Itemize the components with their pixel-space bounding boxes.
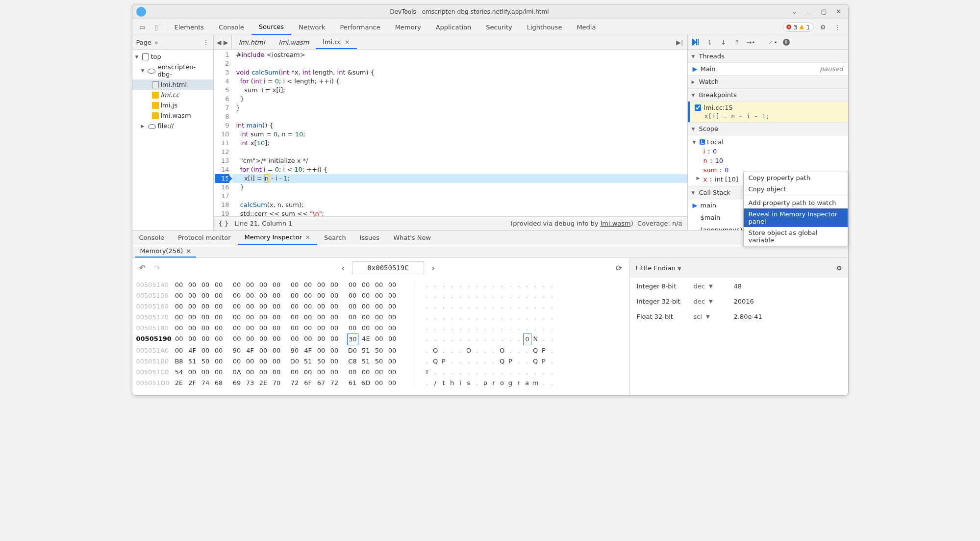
line-number[interactable]: 6 bbox=[215, 95, 229, 103]
ascii-char[interactable]: . bbox=[481, 334, 490, 345]
ascii-char[interactable]: . bbox=[515, 280, 523, 290]
ascii-char[interactable]: . bbox=[515, 345, 523, 356]
tab-performance[interactable]: Performance bbox=[332, 19, 387, 35]
tree-file-url[interactable]: ▶file:// bbox=[132, 121, 213, 131]
ascii-char[interactable]: . bbox=[481, 290, 490, 301]
ascii-char[interactable]: . bbox=[465, 301, 473, 312]
code-line[interactable] bbox=[232, 59, 687, 68]
ascii-char[interactable]: . bbox=[498, 290, 506, 301]
ascii-char[interactable]: . bbox=[531, 367, 540, 378]
hex-byte[interactable]: 00 bbox=[329, 301, 340, 312]
code-line[interactable] bbox=[232, 148, 687, 156]
ascii-char[interactable]: . bbox=[490, 345, 498, 356]
hex-byte[interactable]: 00 bbox=[213, 290, 225, 301]
ascii-char[interactable]: . bbox=[515, 356, 523, 367]
tab-lighthouse[interactable]: Lighthouse bbox=[520, 19, 570, 35]
hex-byte[interactable]: 00 bbox=[213, 301, 225, 312]
ascii-char[interactable]: . bbox=[490, 367, 498, 378]
hex-byte[interactable]: 00 bbox=[200, 301, 211, 312]
ascii-char[interactable]: . bbox=[423, 345, 431, 356]
filetab-wasm[interactable]: lmi.wasm bbox=[272, 35, 316, 49]
hex-byte[interactable]: 2F bbox=[187, 378, 198, 388]
ascii-char[interactable]: . bbox=[448, 356, 456, 367]
tree-file-wasm[interactable]: lmi.wasm bbox=[132, 110, 213, 121]
ascii-char[interactable]: . bbox=[506, 301, 515, 312]
step-into-button[interactable]: ↓ bbox=[718, 37, 729, 48]
hex-byte[interactable]: 00 bbox=[289, 290, 301, 301]
ascii-char[interactable]: . bbox=[540, 312, 548, 323]
ascii-char[interactable]: T bbox=[423, 367, 431, 378]
hex-byte[interactable]: 00 bbox=[258, 312, 269, 323]
ascii-char[interactable]: . bbox=[548, 356, 556, 367]
page-tab[interactable]: Page bbox=[136, 39, 151, 46]
ascii-char[interactable]: . bbox=[498, 301, 506, 312]
code-line[interactable] bbox=[232, 112, 687, 121]
hex-byte[interactable]: 00 bbox=[271, 312, 282, 323]
hex-byte[interactable]: 70 bbox=[271, 378, 282, 388]
tab-elements[interactable]: Elements bbox=[167, 19, 212, 35]
line-number[interactable]: 17 bbox=[215, 192, 229, 201]
code-line[interactable]: int x[10]; bbox=[232, 139, 687, 148]
close-icon[interactable]: × bbox=[305, 233, 310, 241]
ascii-char[interactable]: . bbox=[481, 323, 490, 334]
minimize-icon[interactable]: ⌄ bbox=[789, 7, 800, 17]
ascii-char[interactable]: P bbox=[540, 345, 548, 356]
address-input[interactable]: 0x0050519C bbox=[352, 261, 424, 274]
ascii-char[interactable]: . bbox=[456, 334, 465, 345]
hex-byte[interactable]: 00 bbox=[258, 323, 269, 334]
hex-byte[interactable]: 00 bbox=[387, 345, 398, 356]
ascii-char[interactable]: . bbox=[515, 323, 523, 334]
scope-local[interactable]: ▼LLocal bbox=[693, 137, 843, 147]
ascii-char[interactable]: . bbox=[440, 367, 448, 378]
ascii-char[interactable]: . bbox=[523, 280, 531, 290]
code-line[interactable]: "cm">/* initialize x */ bbox=[232, 156, 687, 165]
hex-byte[interactable]: 00 bbox=[245, 323, 256, 334]
hex-byte[interactable]: 00 bbox=[231, 356, 243, 367]
hex-byte[interactable]: 00 bbox=[316, 301, 327, 312]
format-select[interactable]: dec ▼ bbox=[694, 283, 734, 290]
endian-select[interactable]: Little Endian ▼ bbox=[636, 264, 681, 272]
kebab-icon[interactable]: ⋮ bbox=[832, 22, 843, 32]
hex-byte[interactable]: 00 bbox=[271, 280, 282, 290]
btab-protocol[interactable]: Protocol monitor bbox=[171, 231, 237, 245]
ascii-char[interactable]: . bbox=[481, 345, 490, 356]
ascii-char[interactable]: O bbox=[498, 345, 506, 356]
hex-byte[interactable]: 00 bbox=[258, 345, 269, 356]
ascii-char[interactable]: . bbox=[448, 367, 456, 378]
ascii-char[interactable]: . bbox=[548, 323, 556, 334]
ascii-char[interactable]: Q bbox=[531, 356, 540, 367]
gear-icon[interactable]: ⚙ bbox=[818, 22, 829, 32]
ascii-char[interactable]: N bbox=[531, 334, 540, 345]
ascii-char[interactable]: o bbox=[498, 378, 506, 388]
ascii-char[interactable]: . bbox=[473, 378, 481, 388]
breakpoint-item[interactable]: lmi.cc:15 x[i] = n - i - 1; bbox=[688, 102, 848, 122]
ascii-char[interactable]: . bbox=[440, 323, 448, 334]
line-number[interactable]: 13 bbox=[215, 156, 229, 165]
hex-byte[interactable]: 00 bbox=[213, 356, 225, 367]
hex-byte[interactable]: 00 bbox=[213, 345, 225, 356]
code-line[interactable]: } bbox=[232, 103, 687, 112]
ascii-char[interactable]: . bbox=[440, 334, 448, 345]
hex-byte[interactable]: 00 bbox=[245, 312, 256, 323]
ascii-char[interactable]: . bbox=[473, 334, 481, 345]
hex-byte[interactable]: 00 bbox=[200, 323, 211, 334]
inspect-icon[interactable]: ▭ bbox=[137, 22, 148, 32]
code-line[interactable]: #include <iostream> bbox=[232, 51, 687, 59]
ascii-char[interactable]: . bbox=[473, 301, 481, 312]
close-icon[interactable]: ✕ bbox=[833, 7, 844, 17]
resume-button[interactable] bbox=[691, 37, 702, 48]
ascii-char[interactable]: . bbox=[423, 301, 431, 312]
line-number[interactable]: 9 bbox=[215, 121, 229, 130]
ascii-char[interactable]: Q bbox=[498, 356, 506, 367]
ascii-char[interactable]: . bbox=[431, 312, 440, 323]
hex-byte[interactable]: C8 bbox=[347, 356, 358, 367]
hex-byte[interactable]: 00 bbox=[231, 334, 243, 345]
nav-controls[interactable]: ◀ ▶ bbox=[214, 35, 232, 49]
hex-byte[interactable]: 74 bbox=[200, 378, 211, 388]
ascii-char[interactable]: . bbox=[465, 367, 473, 378]
ascii-char[interactable]: . bbox=[531, 280, 540, 290]
hex-byte[interactable]: 00 bbox=[387, 334, 398, 345]
ascii-char[interactable]: . bbox=[456, 356, 465, 367]
hex-byte[interactable]: 00 bbox=[245, 301, 256, 312]
tree-project[interactable]: ▼emscripten-dbg- bbox=[132, 62, 213, 79]
